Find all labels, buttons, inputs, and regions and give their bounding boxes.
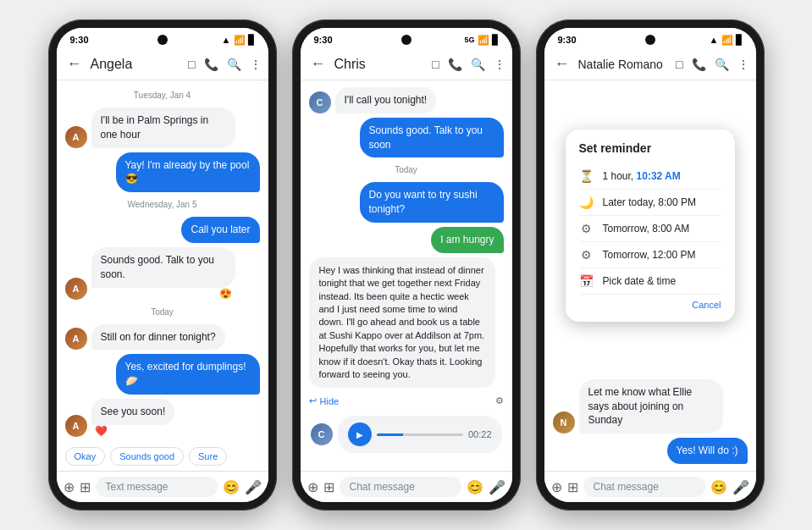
- msg-chris-sent-2: Do you want to try sushi tonight?: [309, 182, 504, 223]
- reminder-text-later: Later today, 8:00 PM: [603, 196, 697, 208]
- play-button[interactable]: ▶: [348, 422, 372, 446]
- bottom-bar-3: ⊕ ⊞ Chat message 😊 🎤: [544, 471, 756, 502]
- avatar-angela-2: A: [65, 278, 87, 300]
- reminder-item-later[interactable]: 🌙 Later today, 8:00 PM: [579, 190, 721, 216]
- chat-area-2: C I'll call you tonight! Sounds good. Ta…: [301, 80, 512, 471]
- msg-chris-long: Hey I was thinking that instead of dinne…: [309, 257, 504, 389]
- attach-icon-3[interactable]: ⊞: [567, 479, 578, 495]
- reminder-item-pick-date[interactable]: 📅 Pick date & time: [579, 268, 721, 295]
- add-icon-2[interactable]: ⊕: [307, 479, 318, 495]
- video-icon-3[interactable]: □: [676, 58, 682, 71]
- reminder-text-1hour: 1 hour, 10:32 AM: [603, 170, 681, 182]
- call-icon-3[interactable]: 📞: [692, 58, 706, 71]
- date-chris-1: Today: [309, 165, 504, 174]
- date-2: Wednesday, Jan 5: [65, 200, 260, 209]
- wifi-icon-3: 📶: [721, 35, 733, 46]
- header-actions-1: □ 📞 🔍 ⋮: [188, 58, 261, 71]
- status-icons-3: ▲ 📶 ▊: [710, 35, 743, 46]
- battery-icon-3: ▊: [736, 35, 743, 46]
- calendar-icon: 📅: [579, 274, 594, 288]
- phone-1: 9:30 ▲ 📶 ▊ ← Angela □ 📞 🔍 ⋮: [48, 19, 277, 511]
- text-input-1[interactable]: Text message: [96, 477, 218, 497]
- emoji-icon-3[interactable]: 😊: [710, 479, 727, 495]
- mic-icon-3[interactable]: 🎤: [732, 479, 749, 495]
- battery-icon-1: ▊: [248, 35, 255, 46]
- back-button-1[interactable]: ←: [64, 53, 86, 75]
- bubble-3: Call you later: [181, 217, 259, 243]
- quick-reply-sure[interactable]: Sure: [189, 447, 227, 466]
- back-button-3[interactable]: ←: [551, 53, 573, 75]
- hide-row: ↩ Hide ⚙: [309, 392, 504, 408]
- add-icon-1[interactable]: ⊕: [64, 479, 75, 495]
- more-icon-2[interactable]: ⋮: [494, 58, 505, 71]
- quick-reply-okay[interactable]: Okay: [65, 447, 106, 466]
- reminder-highlight-time: 10:32 AM: [637, 170, 681, 182]
- bubble-c5: Hey I was thinking that instead of dinne…: [309, 257, 495, 389]
- reminder-item-1hour[interactable]: ⏳ 1 hour, 10:32 AM: [579, 163, 721, 190]
- chat-area-1: Tuesday, Jan 4 A I'll be in Palm Springs…: [57, 80, 268, 444]
- date-3: Today: [65, 307, 260, 317]
- battery-icon-2: ▊: [492, 35, 499, 46]
- msg-sent-3: Yes, excited for dumplings! 🥟: [65, 354, 260, 395]
- msg-natalie-1: N Let me know what Ellie says about join…: [553, 379, 748, 433]
- reminder-cancel-button[interactable]: Cancel: [579, 295, 721, 310]
- status-time-1: 9:30: [70, 35, 89, 45]
- bubble-c2: Sounds good. Talk to you soon: [360, 118, 504, 158]
- msg-chris-1: C I'll call you tonight!: [309, 87, 504, 113]
- status-time-2: 9:30: [314, 35, 333, 45]
- chat-input-2[interactable]: Chat message: [340, 477, 461, 497]
- avatar-angela-1: A: [65, 126, 87, 148]
- gear-icon-1: ⚙: [579, 222, 594, 235]
- bubble-4: Sounds good. Talk to you soon.: [91, 247, 235, 288]
- phone-3: 9:30 ▲ 📶 ▊ ← Natalie Romano □ 📞 🔍 ⋮: [536, 19, 765, 511]
- add-icon-3[interactable]: ⊕: [551, 479, 562, 495]
- bubble-n1: Let me know what Ellie says about joinin…: [579, 379, 723, 433]
- more-icon-3[interactable]: ⋮: [737, 58, 749, 71]
- msg-chris-sent-1: Sounds good. Talk to you soon: [309, 118, 504, 158]
- call-icon-2[interactable]: 📞: [448, 58, 462, 71]
- call-icon-1[interactable]: 📞: [204, 58, 218, 71]
- search-icon-2[interactable]: 🔍: [471, 58, 485, 71]
- contact-name-1: Angela: [91, 57, 184, 72]
- date-1: Tuesday, Jan 4: [65, 91, 260, 100]
- video-icon-2[interactable]: □: [432, 58, 439, 71]
- mic-icon-1[interactable]: 🎤: [245, 479, 262, 495]
- bubble-1: I'll be in Palm Springs in one hour: [91, 108, 235, 148]
- reminder-item-tomorrow-pm[interactable]: ⚙ Tomorrow, 12:00 PM: [579, 242, 721, 268]
- phone-2: 9:30 5G 📶 ▊ ← Chris □ 📞 🔍 ⋮: [292, 19, 521, 511]
- phone-1-camera: [157, 35, 168, 45]
- signal-icon-3: ▲: [710, 35, 719, 45]
- attach-icon-1[interactable]: ⊞: [80, 479, 91, 495]
- reminder-text-tomorrow-pm: Tomorrow, 12:00 PM: [603, 249, 696, 261]
- reminder-text-pick-date: Pick date & time: [603, 275, 677, 287]
- bubble-7: See you soon!: [91, 399, 175, 425]
- avatar-natalie-1: N: [553, 411, 575, 433]
- back-button-2[interactable]: ←: [307, 53, 329, 75]
- hide-icon: ↩: [309, 395, 317, 406]
- search-icon-1[interactable]: 🔍: [227, 58, 241, 71]
- attach-icon-2[interactable]: ⊞: [323, 479, 334, 495]
- emoji-icon-2[interactable]: 😊: [467, 479, 483, 495]
- chat-input-3[interactable]: Chat message: [583, 477, 705, 497]
- bottom-bar-2: ⊕ ⊞ Chat message 😊 🎤: [301, 471, 512, 502]
- bubble-5: Still on for dinner tonight?: [91, 324, 225, 351]
- wifi-icon-1: 📶: [234, 35, 246, 46]
- search-icon-3[interactable]: 🔍: [715, 58, 729, 71]
- mic-icon-2[interactable]: 🎤: [489, 479, 505, 495]
- msg-received-2: A Sounds good. Talk to you soon. 😍: [65, 247, 260, 300]
- emoji-icon-1[interactable]: 😊: [223, 479, 240, 495]
- more-icon-1[interactable]: ⋮: [250, 58, 262, 71]
- bubble-n2: Yes! Will do :): [667, 438, 748, 464]
- reminder-item-tomorrow-am[interactable]: ⚙ Tomorrow, 8:00 AM: [579, 216, 721, 242]
- bubble-c3: Do you want to try sushi tonight?: [360, 182, 504, 223]
- hide-button[interactable]: Hide: [320, 396, 340, 406]
- msg-received-3: A Still on for dinner tonight?: [65, 324, 260, 351]
- hourglass-icon: ⏳: [579, 169, 594, 183]
- network-5g: 5G: [464, 36, 474, 44]
- msg-received-4: A See you soon! ❤️: [65, 399, 260, 437]
- phones-container: 9:30 ▲ 📶 ▊ ← Angela □ 📞 🔍 ⋮: [35, 6, 778, 524]
- gear-icon-2: ⚙: [579, 248, 594, 262]
- video-icon-1[interactable]: □: [188, 58, 195, 71]
- quick-reply-sounds-good[interactable]: Sounds good: [110, 447, 184, 466]
- settings-icon[interactable]: ⚙: [495, 395, 504, 406]
